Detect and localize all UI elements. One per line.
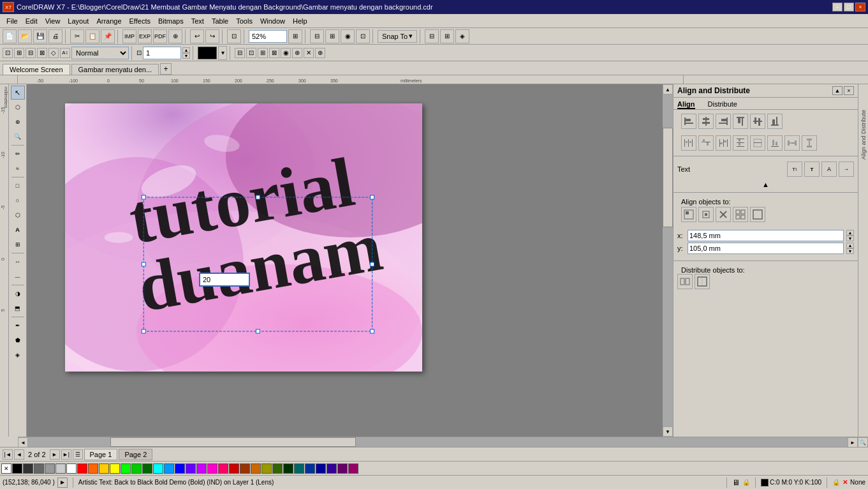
- menu-layout[interactable]: Layout: [64, 16, 92, 26]
- dist-left-btn[interactable]: [681, 135, 696, 151]
- page-tab-1[interactable]: Page 1: [84, 449, 118, 460]
- palette-blue[interactable]: [175, 463, 185, 474]
- page-menu-btn[interactable]: ☰: [73, 449, 83, 460]
- align-right-btn[interactable]: [716, 114, 731, 129]
- tb2-opt6[interactable]: ⊕: [292, 48, 302, 58]
- polygon-tool-button[interactable]: ⬡: [11, 208, 25, 222]
- hscroll-left[interactable]: ◄: [18, 437, 28, 447]
- align-left-btn[interactable]: [681, 114, 696, 129]
- options3[interactable]: ◈: [455, 29, 469, 43]
- redo-button[interactable]: ↪: [205, 29, 219, 43]
- color-swatch[interactable]: [198, 47, 217, 59]
- maximize-button[interactable]: □: [844, 3, 854, 11]
- hscroll-right[interactable]: ►: [848, 437, 858, 447]
- palette-pink[interactable]: [207, 463, 217, 474]
- page-last-btn[interactable]: ►|: [61, 449, 71, 460]
- align-obj-btn4[interactable]: [733, 207, 748, 222]
- tb2-opt5[interactable]: ◉: [281, 48, 291, 58]
- align-obj-btn5[interactable]: [750, 207, 765, 222]
- tb2-btn3[interactable]: ⊟: [26, 48, 36, 58]
- y-down-btn[interactable]: ▼: [846, 248, 854, 254]
- tb2-opt7[interactable]: ✕: [304, 48, 314, 58]
- connector-tool-button[interactable]: —: [11, 269, 25, 283]
- palette-white[interactable]: [66, 463, 77, 474]
- tab-add-button[interactable]: +: [160, 63, 172, 75]
- panel-close-btn[interactable]: ×: [844, 86, 854, 95]
- palette-olive[interactable]: [261, 463, 272, 474]
- page-next-btn[interactable]: ►: [50, 449, 60, 460]
- right-collapse-tab[interactable]: Align and Distribute: [858, 84, 868, 437]
- palette-black[interactable]: [12, 463, 22, 474]
- menu-view[interactable]: View: [41, 16, 64, 26]
- palette-lighter-gray[interactable]: [55, 463, 66, 474]
- blend-mode-select[interactable]: Normal: [71, 47, 129, 59]
- palette-red[interactable]: [77, 463, 87, 474]
- special2-button[interactable]: ⊡: [227, 29, 241, 43]
- cut-button[interactable]: ✂: [70, 29, 84, 43]
- dist-right-btn[interactable]: [716, 135, 731, 151]
- palette-green[interactable]: [131, 463, 142, 474]
- page-first-btn[interactable]: |◄: [3, 449, 13, 460]
- import-button[interactable]: IMP: [122, 29, 136, 43]
- palette-bright-green[interactable]: [121, 463, 131, 474]
- dist-center-h-btn[interactable]: [698, 135, 714, 151]
- vscroll-thumb[interactable]: [663, 128, 673, 227]
- text-all-baseline-btn[interactable]: T: [804, 162, 820, 177]
- tb2-opt2[interactable]: ⊡: [246, 48, 256, 58]
- text-a-btn[interactable]: A: [821, 162, 837, 177]
- align-center-v-btn[interactable]: [750, 114, 765, 129]
- palette-light-blue[interactable]: [164, 463, 174, 474]
- lens-input[interactable]: [199, 273, 250, 287]
- options1[interactable]: ⊟: [425, 29, 439, 43]
- tb2-btn5[interactable]: ◇: [48, 48, 59, 58]
- y-up-btn[interactable]: ▲: [846, 243, 854, 248]
- dist-center-v-btn[interactable]: [750, 135, 765, 151]
- undo-button[interactable]: ↩: [190, 29, 204, 43]
- palette-tan[interactable]: [251, 463, 261, 474]
- palette-purple[interactable]: [337, 463, 348, 474]
- align-bottom-btn[interactable]: [767, 114, 783, 129]
- color-dropdown[interactable]: ▾: [218, 46, 227, 60]
- x-down-btn[interactable]: ▼: [846, 236, 854, 241]
- snap-to-button[interactable]: Snap To ▾: [378, 30, 417, 43]
- scroll-up-button[interactable]: ▲: [663, 84, 673, 94]
- text-arrow-btn[interactable]: →: [839, 162, 854, 177]
- paste-button[interactable]: 📌: [101, 29, 115, 43]
- palette-violet[interactable]: [196, 463, 207, 474]
- text-first-baseline-btn[interactable]: T1: [787, 162, 802, 177]
- x-up-btn[interactable]: ▲: [846, 230, 854, 236]
- distribute-tab[interactable]: Distribute: [708, 100, 737, 109]
- zoom-tool-button[interactable]: 🔍: [11, 130, 25, 144]
- options2[interactable]: ⊞: [440, 29, 454, 43]
- tb2-opt3[interactable]: ⊞: [258, 48, 268, 58]
- menu-help[interactable]: Help: [289, 16, 311, 26]
- node-tool-button[interactable]: ⬡: [11, 100, 25, 114]
- palette-cyan[interactable]: [153, 463, 163, 474]
- palette-dark-red[interactable]: [229, 463, 239, 474]
- palette-forest[interactable]: [272, 463, 283, 474]
- palette-navy[interactable]: [316, 463, 326, 474]
- arrow-indicator[interactable]: ▶: [57, 478, 68, 488]
- collapse-arrow[interactable]: ▲: [673, 179, 858, 190]
- copy-button[interactable]: 📋: [85, 29, 99, 43]
- align-obj-btn3[interactable]: [716, 207, 731, 222]
- hscroll-thumb[interactable]: [110, 437, 357, 447]
- align-obj-btn2[interactable]: [698, 207, 714, 222]
- align-obj-btn1[interactable]: [681, 207, 696, 222]
- menu-text[interactable]: Text: [188, 16, 208, 26]
- palette-light-gray[interactable]: [45, 463, 55, 474]
- export-button[interactable]: EXP: [138, 29, 152, 43]
- hscroll-search[interactable]: 🔍: [858, 437, 868, 447]
- palette-maroon[interactable]: [348, 463, 358, 474]
- tab-gambar[interactable]: Gambar menyatu den...: [71, 64, 159, 75]
- menu-edit[interactable]: Edit: [22, 16, 41, 26]
- artistic-media-button[interactable]: ≈: [11, 162, 25, 176]
- palette-navy-light[interactable]: [305, 463, 315, 474]
- special-button[interactable]: ⊕: [168, 29, 182, 43]
- view-wire[interactable]: ⊞: [325, 29, 339, 43]
- vscroll-down[interactable]: ▼: [663, 426, 673, 437]
- page-tab-2[interactable]: Page 2: [119, 449, 152, 460]
- palette-yellow[interactable]: [110, 463, 120, 474]
- palette-purple-dark[interactable]: [327, 463, 337, 474]
- align-center-h-btn[interactable]: [698, 114, 714, 129]
